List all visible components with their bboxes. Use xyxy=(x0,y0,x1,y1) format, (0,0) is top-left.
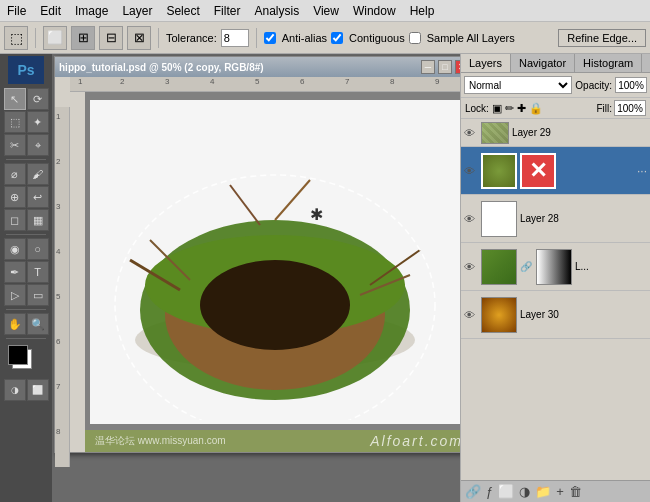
ruler-side: 1 2 3 4 5 6 7 8 xyxy=(55,107,70,467)
tools-divider-4 xyxy=(6,338,46,339)
close-button[interactable]: ✕ xyxy=(455,60,460,74)
layer-thumb xyxy=(481,249,517,285)
blend-mode-select[interactable]: Normal xyxy=(464,76,572,94)
menu-file[interactable]: File xyxy=(0,2,33,20)
layer-name: L... xyxy=(575,261,647,272)
stamp-tool-btn[interactable]: ⊕ xyxy=(4,186,26,208)
tool-row-3: ✂ ⌖ xyxy=(4,134,49,156)
eye-icon[interactable]: 👁 xyxy=(464,261,478,273)
hand-tool-btn[interactable]: ✋ xyxy=(4,313,26,335)
refine-edge-button[interactable]: Refine Edge... xyxy=(558,29,646,47)
sample-all-checkbox[interactable] xyxy=(409,32,421,44)
move-tool-btn[interactable]: ↖ xyxy=(4,88,26,110)
tool-row-1: ↖ ⟳ xyxy=(4,88,49,110)
dodge-tool-btn[interactable]: ○ xyxy=(27,238,49,260)
screen-mode-btn[interactable]: ⬜ xyxy=(27,379,49,401)
tab-navigator[interactable]: Navigator xyxy=(511,54,575,72)
brush-tool-btn[interactable]: 🖌 xyxy=(27,163,49,185)
canvas-body: 1 2 3 4 5 6 7 8 xyxy=(55,92,460,452)
list-item[interactable]: 👁 Layer 30 xyxy=(461,291,650,339)
lock-all-icon[interactable]: 🔒 xyxy=(529,102,543,115)
menu-edit[interactable]: Edit xyxy=(33,2,68,20)
menu-window[interactable]: Window xyxy=(346,2,403,20)
tool-row-5: ⊕ ↩ xyxy=(4,186,49,208)
ps-logo: Ps xyxy=(8,56,44,84)
thumb-green-visual xyxy=(482,250,516,284)
healing-tool-btn[interactable]: ⌀ xyxy=(4,163,26,185)
minimize-button[interactable]: ─ xyxy=(421,60,435,74)
svg-line-10 xyxy=(230,185,260,225)
layer-name: Layer 30 xyxy=(520,309,647,320)
list-item[interactable]: 👁 ✕ ··· xyxy=(461,147,650,195)
nest-illustration: ✱ xyxy=(100,120,440,420)
path-select-btn[interactable]: ▷ xyxy=(4,284,26,306)
tool-select-btn[interactable]: ⬚ xyxy=(4,26,28,50)
shape-tool-btn[interactable]: ▭ xyxy=(27,284,49,306)
tab-layers[interactable]: Layers xyxy=(461,54,511,72)
list-item[interactable]: 👁 🔗 L... xyxy=(461,243,650,291)
intersect-selection-btn[interactable]: ⊠ xyxy=(127,26,151,50)
history-tool-btn[interactable]: ↩ xyxy=(27,186,49,208)
blur-tool-btn[interactable]: ◉ xyxy=(4,238,26,260)
layer-style-icon[interactable]: ƒ xyxy=(486,484,493,499)
lock-image-icon[interactable]: ✏ xyxy=(505,102,514,115)
eye-icon[interactable]: 👁 xyxy=(464,127,478,139)
color-swatches[interactable] xyxy=(8,345,44,375)
maximize-button[interactable]: □ xyxy=(438,60,452,74)
fill-tool-btn[interactable]: ▦ xyxy=(27,209,49,231)
tools-divider-2 xyxy=(6,234,46,235)
new-layer-icon[interactable]: + xyxy=(556,484,564,499)
menu-filter[interactable]: Filter xyxy=(207,2,248,20)
link-layers-icon[interactable]: 🔗 xyxy=(465,484,481,499)
lock-label: Lock: xyxy=(465,103,489,114)
anti-alias-checkbox[interactable] xyxy=(264,32,276,44)
tolerance-input[interactable] xyxy=(221,29,249,47)
panel-tabs: Layers Navigator Histogram xyxy=(461,54,650,73)
lock-transparent-icon[interactable]: ▣ xyxy=(492,102,502,115)
eraser-tool-btn[interactable]: ◻ xyxy=(4,209,26,231)
eye-icon[interactable]: 👁 xyxy=(464,309,478,321)
menu-select[interactable]: Select xyxy=(159,2,206,20)
fill-input[interactable] xyxy=(614,100,646,116)
fill-control: Fill: xyxy=(596,100,646,116)
eye-icon[interactable]: 👁 xyxy=(464,213,478,225)
list-item[interactable]: 👁 Layer 28 xyxy=(461,195,650,243)
magic-wand-btn[interactable]: ✦ xyxy=(27,111,49,133)
opacity-input[interactable] xyxy=(615,77,647,93)
delete-layer-icon[interactable]: 🗑 xyxy=(569,484,582,499)
ruler-top: 1 2 3 4 5 6 7 8 9 10 xyxy=(70,77,460,92)
crop-tool-btn[interactable]: ✂ xyxy=(4,134,26,156)
marquee-tool-btn[interactable]: ⬚ xyxy=(4,111,26,133)
svg-line-9 xyxy=(275,180,310,220)
group-layer-icon[interactable]: 📁 xyxy=(535,484,551,499)
watermark-right: Alfoart.com xyxy=(370,433,460,449)
menu-help[interactable]: Help xyxy=(403,2,442,20)
contiguous-checkbox[interactable] xyxy=(331,32,343,44)
tolerance-label: Tolerance: xyxy=(166,32,217,44)
pen-tool-btn[interactable]: ✒ xyxy=(4,261,26,283)
eye-icon[interactable]: 👁 xyxy=(464,165,478,177)
zoom-tool-btn[interactable]: 🔍 xyxy=(27,313,49,335)
text-tool-btn[interactable]: T xyxy=(27,261,49,283)
watermark-left: 温华论坛 www.missyuan.com xyxy=(95,434,226,448)
tab-histogram[interactable]: Histogram xyxy=(575,54,642,72)
tool-row-2: ⬚ ✦ xyxy=(4,111,49,133)
layer-more-icon[interactable]: ··· xyxy=(637,164,647,178)
layer-mask-icon[interactable]: ⬜ xyxy=(498,484,514,499)
canvas-content: ✱ 温华论坛 www.missyuan.com Alfoart.com xyxy=(85,92,460,452)
adjustment-layer-icon[interactable]: ◑ xyxy=(519,484,530,499)
menu-view[interactable]: View xyxy=(306,2,346,20)
menu-layer[interactable]: Layer xyxy=(115,2,159,20)
menu-analysis[interactable]: Analysis xyxy=(247,2,306,20)
new-selection-btn[interactable]: ⬜ xyxy=(43,26,67,50)
foreground-color-swatch[interactable] xyxy=(8,345,28,365)
add-selection-btn[interactable]: ⊞ xyxy=(71,26,95,50)
lock-position-icon[interactable]: ✚ xyxy=(517,102,526,115)
canvas-window: hippo_tutorial.psd @ 50% (2 copy, RGB/8#… xyxy=(54,56,460,453)
lasso-tool-btn[interactable]: ⟳ xyxy=(27,88,49,110)
quick-mask-btn[interactable]: ◑ xyxy=(4,379,26,401)
menu-image[interactable]: Image xyxy=(68,2,115,20)
list-item[interactable]: 👁 Layer 29 xyxy=(461,119,650,147)
slice-tool-btn[interactable]: ⌖ xyxy=(27,134,49,156)
subtract-selection-btn[interactable]: ⊟ xyxy=(99,26,123,50)
